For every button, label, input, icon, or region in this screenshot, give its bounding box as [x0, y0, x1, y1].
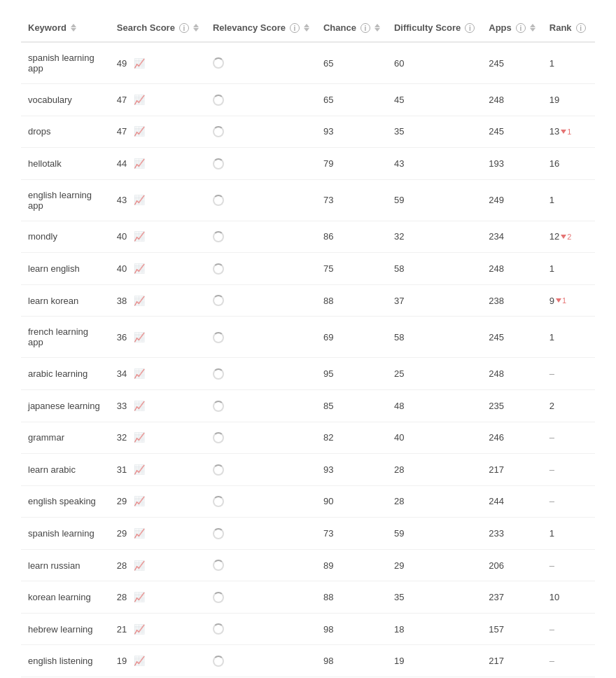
chance-info-icon: i [360, 23, 370, 33]
chart-icon[interactable]: 📈 [134, 592, 145, 602]
cell-chance: 93 [316, 116, 387, 148]
search-score-value: 29 [117, 496, 127, 506]
cell-rank: – [542, 358, 595, 390]
chart-icon[interactable]: 📈 [134, 496, 145, 506]
cell-relevancy [206, 84, 316, 116]
cell-keyword: spanish learning app [21, 42, 110, 84]
search-score-sort[interactable] [193, 24, 199, 32]
chart-icon[interactable]: 📈 [134, 432, 145, 443]
sort-up-icon [530, 24, 536, 27]
table-header-row: Keyword Search Score i [21, 14, 595, 42]
rank-value: 12 [550, 231, 559, 242]
apps-sort[interactable] [530, 24, 536, 32]
relevancy-sort[interactable] [304, 24, 309, 32]
search-score-value: 43 [117, 195, 127, 205]
cell-search-score: 47 📈 [110, 116, 206, 148]
cell-chance: 73 [316, 179, 387, 221]
table-row: english learning app43 📈73592491 [21, 179, 595, 221]
search-score-value: 49 [117, 58, 127, 69]
chart-icon[interactable]: 📈 [134, 368, 145, 379]
chart-icon[interactable]: 📈 [134, 401, 145, 411]
th-search-score[interactable]: Search Score i [110, 14, 206, 42]
chart-icon[interactable]: 📈 [134, 231, 145, 242]
cell-apps: 246 [482, 422, 542, 454]
chart-icon[interactable]: 📈 [134, 296, 145, 306]
loading-spinner [213, 368, 224, 380]
chart-icon[interactable]: 📈 [134, 528, 145, 539]
cell-difficulty: 60 [387, 42, 482, 84]
cell-difficulty: 40 [387, 422, 482, 454]
cell-difficulty: 19 [387, 645, 482, 677]
chart-icon[interactable]: 📈 [134, 58, 145, 69]
rank-badge: 12 2 [550, 231, 572, 242]
th-relevancy[interactable]: Relevancy Score i [206, 14, 316, 42]
chart-icon[interactable]: 📈 [134, 560, 145, 571]
cell-search-score: 32 📈 [110, 422, 206, 454]
cell-chance: 85 [316, 389, 387, 422]
th-rank[interactable]: Rank i [542, 14, 595, 42]
cell-relevancy [206, 518, 316, 550]
search-score-value: 21 [117, 624, 127, 635]
cell-difficulty: 28 [387, 485, 482, 518]
search-score-value: 34 [117, 368, 127, 379]
cell-relevancy [206, 581, 316, 614]
cell-apps: 245 [482, 116, 542, 148]
cell-chance: 90 [316, 485, 387, 518]
chart-icon[interactable]: 📈 [134, 195, 145, 205]
cell-search-score: 29 📈 [110, 485, 206, 518]
chart-icon[interactable]: 📈 [134, 263, 145, 274]
sort-up-icon [304, 24, 309, 27]
table-row: japanese learning33 📈85482352 [21, 389, 595, 422]
chart-icon[interactable]: 📈 [134, 332, 145, 343]
cell-relevancy [206, 42, 316, 84]
cell-difficulty: 48 [387, 389, 482, 422]
cell-search-score: 28 📈 [110, 549, 206, 581]
cell-apps: 248 [482, 84, 542, 116]
chart-icon[interactable]: 📈 [134, 95, 145, 105]
cell-keyword: learn arabic [21, 454, 110, 486]
cell-apps: 238 [482, 284, 542, 317]
search-score-value: 32 [117, 432, 127, 443]
th-apps[interactable]: Apps i [482, 14, 542, 42]
sort-up-icon [193, 24, 199, 27]
rank-badge: 13 1 [550, 126, 572, 137]
cell-apps: 249 [482, 179, 542, 221]
sort-up-icon [71, 24, 76, 27]
cell-keyword: korean learning [21, 581, 110, 614]
table-row: english listening19 📈9819217– [21, 645, 595, 677]
cell-rank: 1 [542, 317, 595, 358]
loading-spinner [213, 195, 224, 206]
rank-value: 1 [550, 195, 554, 205]
cell-rank: 9 1 [542, 284, 595, 317]
chart-icon[interactable]: 📈 [134, 464, 145, 475]
th-chance[interactable]: Chance i [316, 14, 387, 42]
loading-spinner [213, 623, 224, 635]
search-score-value: 47 [117, 126, 127, 137]
chart-icon[interactable]: 📈 [134, 126, 145, 137]
cell-difficulty: 58 [387, 253, 482, 285]
cell-relevancy [206, 485, 316, 518]
cell-chance: 88 [316, 581, 387, 614]
th-keyword[interactable]: Keyword [21, 14, 110, 42]
rank-change: 2 [561, 233, 571, 241]
rank-dash: – [550, 432, 554, 443]
keyword-sort[interactable] [71, 24, 76, 32]
cell-rank: 10 [542, 581, 595, 614]
cell-rank: 1 [542, 42, 595, 84]
chart-icon[interactable]: 📈 [134, 624, 145, 635]
table-row: learn arabic31 📈9328217– [21, 454, 595, 486]
chart-icon[interactable]: 📈 [134, 158, 145, 169]
cell-difficulty: 59 [387, 179, 482, 221]
rank-change: 1 [556, 296, 566, 305]
sort-up-icon [374, 24, 380, 27]
th-difficulty[interactable]: Difficulty Score i [387, 14, 482, 42]
table-row: learn korean38 📈8837238 9 1 [21, 284, 595, 317]
cell-chance: 93 [316, 454, 387, 486]
cell-relevancy [206, 148, 316, 180]
loading-spinner [213, 560, 224, 571]
chance-sort[interactable] [374, 24, 380, 32]
cell-search-score: 47 📈 [110, 84, 206, 116]
cell-keyword: japanese learning [21, 389, 110, 422]
sort-down-icon [304, 28, 309, 32]
chart-icon[interactable]: 📈 [134, 656, 145, 666]
